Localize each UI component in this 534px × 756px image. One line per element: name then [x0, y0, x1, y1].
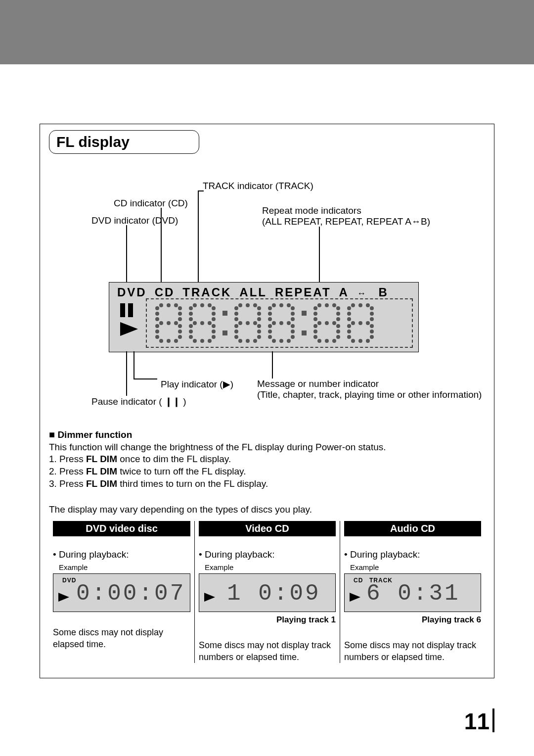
fl-display-diagram: TRACK indicator (TRACK) CD indicator (CD…: [49, 161, 485, 418]
pause-indicator-label: Pause indicator ( ❙❙ ): [91, 396, 186, 407]
repeat-indicators-detail: (ALL REPEAT, REPEAT, REPEAT A↔B): [262, 216, 430, 227]
col-title-dvd: DVD video disc: [53, 521, 190, 536]
cd-time: 6 0:31: [366, 581, 460, 607]
dvd-tag: DVD: [62, 577, 76, 584]
col-audio-cd: Audio CD • During playback: Example CD T…: [340, 521, 485, 663]
svg-marker-1: [58, 593, 69, 602]
header-banner: [0, 0, 534, 64]
dvd-note: Some discs may not display elapsed time.: [53, 627, 190, 650]
panel-track: TRACK: [182, 285, 231, 299]
vary-note: The display may vary depending on the ty…: [49, 504, 485, 516]
panel-dvd: DVD: [117, 285, 147, 299]
dimmer-step2-pre: 2. Press: [49, 466, 86, 476]
fl-display-panel: DVDCDTRACKALLREPEATA↔ B: [109, 282, 419, 352]
msg-indicator-detail: (Title, chapter, track, playing time or …: [257, 389, 490, 400]
panel-repeat: REPEAT: [275, 285, 331, 299]
play-icon: [204, 593, 215, 602]
dimmer-step1-post: once to dim the FL display.: [117, 454, 231, 464]
cd-example-label: Example: [350, 563, 481, 571]
vcd-time: 1 0:09: [227, 581, 321, 607]
cd-indicator-label: CD indicator (CD): [114, 198, 188, 209]
msg-indicator-title: Message or number indicator: [257, 378, 379, 389]
vcd-during: During playback:: [205, 549, 275, 560]
dimmer-step1-pre: 1. Press: [49, 454, 86, 464]
ab-arrow-icon: ↔: [357, 288, 366, 299]
svg-marker-3: [350, 593, 360, 602]
dimmer-intro: This function will change the brightness…: [49, 441, 485, 454]
play-icon: [350, 593, 360, 602]
pause-icon: [120, 303, 138, 317]
dvd-time: 0:00:07: [76, 581, 185, 607]
vcd-example-label: Example: [205, 563, 336, 571]
dimmer-step2-post: twice to turn off the FL display.: [117, 466, 246, 476]
vcd-note: Some discs may not display track numbers…: [199, 640, 336, 663]
cd-tag: CD: [354, 577, 363, 584]
page-number: 11: [0, 708, 494, 735]
play-indicator-label: Play indicator (▶): [161, 378, 233, 390]
vcd-mini-display: 1 0:09: [199, 573, 336, 612]
square-bullet-icon: ■: [49, 429, 55, 440]
cd-mini-display: CD TRACK 6 0:31: [344, 573, 481, 612]
panel-b: B: [379, 285, 389, 299]
dimmer-step1-key: FL DIM: [86, 454, 117, 464]
col-dvd: DVD video disc • During playback: Exampl…: [49, 521, 194, 663]
dvd-indicator-label: DVD indicator (DVD): [91, 215, 178, 226]
panel-cd: CD: [155, 285, 175, 299]
dvd-during: During playback:: [59, 549, 129, 560]
track-indicator-label: TRACK indicator (TRACK): [203, 181, 313, 191]
repeat-indicators-title: Repeat mode indicators: [262, 205, 361, 216]
play-icon: [58, 593, 69, 602]
panel-a: A: [339, 285, 349, 299]
dimmer-heading: Dimmer function: [57, 429, 132, 440]
panel-top-indicators: DVDCDTRACKALLREPEATA↔ B: [117, 285, 397, 299]
dimmer-step3-key: FL DIM: [86, 478, 117, 489]
vcd-subcaption: Playing track 1: [199, 615, 336, 625]
svg-marker-0: [120, 322, 138, 336]
dvd-mini-display: DVD 0:00:07: [53, 573, 190, 612]
cd-subcaption: Playing track 6: [344, 615, 481, 625]
dimmer-step2-key: FL DIM: [86, 466, 117, 476]
cd-during: During playback:: [350, 549, 420, 560]
seven-segment-row: [154, 303, 375, 343]
panel-all: ALL: [239, 285, 267, 299]
disc-type-columns: DVD video disc • During playback: Exampl…: [49, 521, 485, 663]
dimmer-step3-pre: 3. Press: [49, 478, 86, 489]
col-vcd: Video CD • During playback: Example 1 0:…: [194, 521, 340, 663]
svg-marker-2: [204, 593, 215, 602]
play-icon: [120, 322, 138, 336]
dvd-example-label: Example: [59, 563, 190, 571]
dimmer-step3-post: third times to turn on the FL display.: [117, 478, 268, 489]
manual-page: FL display TRACK indicator (TRACK) CD in…: [40, 124, 494, 678]
col-title-audio-cd: Audio CD: [344, 521, 481, 536]
section-title: FL display: [49, 130, 199, 154]
dimmer-section: ■ Dimmer function This function will cha…: [49, 428, 485, 490]
col-title-vcd: Video CD: [199, 521, 336, 536]
cd-note: Some discs may not display track numbers…: [344, 640, 481, 663]
